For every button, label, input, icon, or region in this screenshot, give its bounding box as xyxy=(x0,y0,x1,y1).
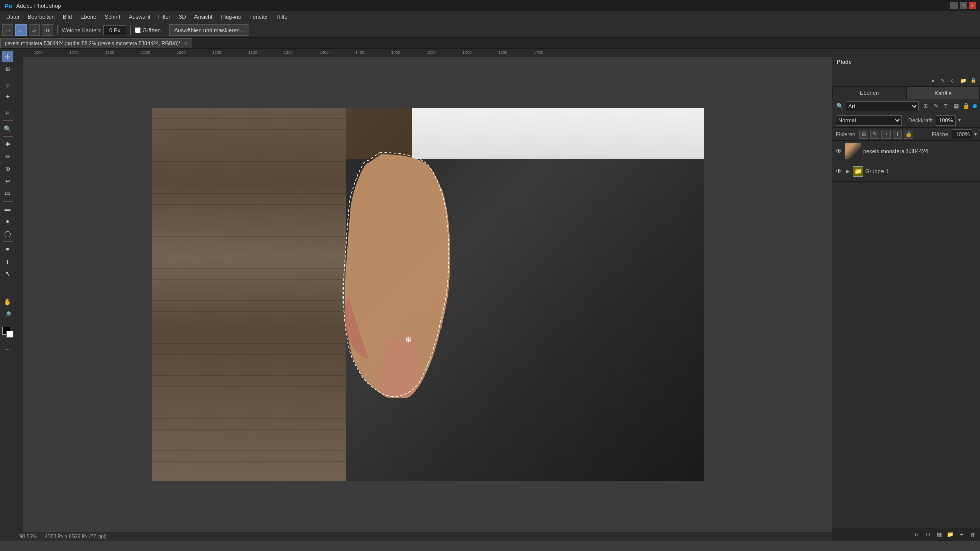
layers-list: 👁 pexels-monstera-5384424 👁 ▶ 📁 Gruppe 1 xyxy=(832,141,980,528)
lock-draw-btn[interactable]: ✎ xyxy=(870,130,879,139)
doc-tab-close[interactable]: ✕ xyxy=(184,41,188,46)
tool-move[interactable]: ✢ xyxy=(2,51,13,62)
ruler-mark-1400: 1400 xyxy=(320,50,329,55)
tool-hand[interactable]: ✋ xyxy=(2,296,13,308)
tool-path-selection[interactable]: ↖ xyxy=(2,268,13,280)
tool-blur[interactable]: ● xyxy=(2,216,13,227)
add-selection-btn[interactable]: □+ xyxy=(15,24,27,36)
tab-ebenen[interactable]: Ebenen xyxy=(832,87,906,99)
tool-artboard[interactable]: ⊞ xyxy=(2,63,13,74)
tool-zoom[interactable]: 🔎 xyxy=(2,309,13,320)
tool-dodge[interactable]: ◯ xyxy=(2,228,13,239)
filter-icon-brush[interactable]: ✎ xyxy=(931,102,940,111)
layer-expand-btn[interactable]: ▶ xyxy=(845,168,851,174)
close-button[interactable]: ✕ xyxy=(969,2,976,9)
tool-lasso[interactable]: ○ xyxy=(2,79,13,90)
layer-visibility-eye-2[interactable]: 👁 xyxy=(835,167,843,176)
menu-datei[interactable]: Datei xyxy=(2,11,23,22)
panel-icon-circle[interactable]: ● xyxy=(928,76,937,85)
filter-icon-lock[interactable]: 🔒 xyxy=(962,102,971,111)
layer-visibility-eye-1[interactable]: 👁 xyxy=(835,147,843,155)
panel-icon-pen[interactable]: ✎ xyxy=(938,76,947,85)
filter-icon-layers[interactable]: ⊞ xyxy=(921,102,930,111)
canvas-container[interactable]: ⊕ xyxy=(23,57,832,532)
layer-style-btn[interactable]: fx xyxy=(912,530,922,540)
menu-fenster[interactable]: Fenster xyxy=(245,11,272,22)
menu-bild[interactable]: Bild xyxy=(59,11,76,22)
lock-pixels-btn[interactable]: ⊞ xyxy=(859,130,868,139)
tool-sep-3 xyxy=(3,120,13,121)
tool-gradient[interactable]: ▬ xyxy=(2,204,13,215)
tool-rectangle[interactable]: □ xyxy=(2,281,13,292)
menu-auswahl[interactable]: Auswahl xyxy=(125,11,154,22)
blend-mode-select[interactable]: Normal xyxy=(836,115,902,126)
flaeche-arrow[interactable]: ▾ xyxy=(974,131,977,137)
menu-schrift[interactable]: Schrift xyxy=(101,11,125,22)
layer-adjustment-btn[interactable]: ▦ xyxy=(934,530,944,540)
tool-pen[interactable]: ✒ xyxy=(2,244,13,255)
ruler-mark-1350: 1350 xyxy=(284,50,293,55)
layer-item-group[interactable]: 👁 ▶ 📁 Gruppe 1 xyxy=(832,161,980,182)
menu-bearbeiten[interactable]: Bearbeiten xyxy=(23,11,59,22)
pfade-title: Pfade xyxy=(837,59,852,65)
tool-more[interactable]: … xyxy=(2,342,13,354)
tool-eraser[interactable]: ▭ xyxy=(2,188,13,199)
layer-item-image[interactable]: 👁 pexels-monstera-5384424 xyxy=(832,141,980,161)
ruler-mark-1200: 1200 xyxy=(177,50,186,55)
app-logo: Ps xyxy=(4,2,12,10)
title-bar-title: Adobe Photoshop xyxy=(16,3,61,9)
filter-icon-type[interactable]: T xyxy=(941,102,950,111)
minimize-button[interactable]: — xyxy=(950,2,958,9)
intersect-selection-btn[interactable]: ⊓ xyxy=(42,24,53,36)
filter-icon-shape[interactable]: ▦ xyxy=(951,102,961,111)
weiche-kanten-label: Weiche Kanten: xyxy=(62,27,101,33)
toolbar-sep-3 xyxy=(165,25,165,35)
menu-plugins[interactable]: Plug-ins xyxy=(216,11,245,22)
tool-healing[interactable]: ✚ xyxy=(2,139,13,150)
tool-eyedropper[interactable]: 🔍 xyxy=(2,123,13,134)
panel-icon-lock[interactable]: 🔒 xyxy=(969,76,978,85)
image-wood-lines xyxy=(152,108,346,481)
tool-crop[interactable]: ⌗ xyxy=(2,107,13,118)
image-hand xyxy=(340,154,458,399)
menu-ansicht[interactable]: Ansicht xyxy=(190,11,216,22)
subtract-selection-btn[interactable]: □- xyxy=(29,24,40,36)
tool-clone-stamp[interactable]: ⊕ xyxy=(2,163,13,174)
lock-artboard-btn[interactable]: T xyxy=(893,130,902,139)
lock-move-btn[interactable]: + xyxy=(881,130,891,139)
tool-sep-5 xyxy=(3,201,13,202)
title-bar: Ps Adobe Photoshop — □ ✕ xyxy=(0,0,980,11)
menu-3d[interactable]: 3D xyxy=(175,11,190,22)
delete-layer-btn[interactable]: 🗑 xyxy=(968,530,978,540)
tool-history-brush[interactable]: ↩ xyxy=(2,176,13,187)
menu-hilfe[interactable]: Hilfe xyxy=(272,11,291,22)
layer-group-btn[interactable]: 📁 xyxy=(945,530,955,540)
color-swatches[interactable] xyxy=(2,327,13,338)
flaeche-input[interactable] xyxy=(952,129,972,139)
menu-filter[interactable]: Filter xyxy=(154,11,175,22)
new-selection-btn[interactable]: □ xyxy=(2,24,13,36)
background-color[interactable] xyxy=(6,331,13,338)
tool-brush[interactable]: ✏ xyxy=(2,151,13,162)
filter-select[interactable]: Art xyxy=(846,101,919,111)
tool-type[interactable]: T xyxy=(2,256,13,267)
tab-kanaele[interactable]: Kanäle xyxy=(906,87,981,99)
lock-all-btn[interactable]: 🔒 xyxy=(904,130,913,139)
doc-tab-active[interactable]: pexels-monstera-5384424.jpg bei 58,2% (p… xyxy=(0,38,192,48)
canvas-image: ⊕ xyxy=(152,108,704,481)
tool-magic-wand[interactable]: ✦ xyxy=(2,91,13,103)
ruler-mark-1550: 1550 xyxy=(427,50,436,55)
panel-icon-folder[interactable]: 📁 xyxy=(959,76,968,85)
menu-ebene[interactable]: Ebene xyxy=(76,11,101,22)
maximize-button[interactable]: □ xyxy=(960,2,967,9)
layer-mask-btn[interactable]: ⊙ xyxy=(923,530,933,540)
glatten-label: Glätten xyxy=(135,27,160,33)
panel-icon-diamond[interactable]: ◇ xyxy=(948,76,958,85)
deckkraft-arrow[interactable]: ▾ xyxy=(958,117,961,123)
glatten-checkbox[interactable] xyxy=(135,27,141,33)
weiche-kanten-input[interactable] xyxy=(103,25,126,35)
tool-sep-8 xyxy=(3,322,13,322)
new-layer-btn[interactable]: + xyxy=(957,530,967,540)
deckkraft-input[interactable] xyxy=(936,115,956,126)
auswaehlen-maskieren-button[interactable]: Auswählen und maskieren... xyxy=(169,24,249,36)
